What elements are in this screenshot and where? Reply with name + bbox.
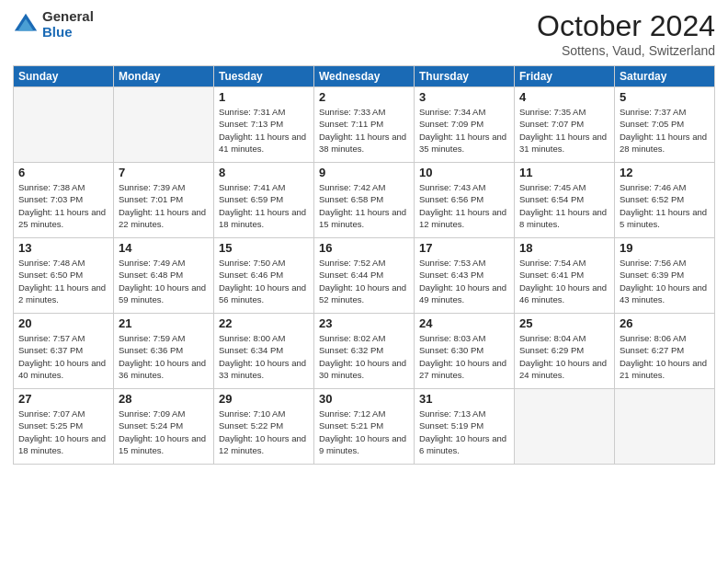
table-row: 6Sunrise: 7:38 AM Sunset: 7:03 PM Daylig… <box>14 163 114 238</box>
day-number: 21 <box>119 316 209 330</box>
day-number: 27 <box>18 392 108 406</box>
day-number: 3 <box>419 90 509 104</box>
table-row: 20Sunrise: 7:57 AM Sunset: 6:37 PM Dayli… <box>14 314 114 389</box>
day-number: 4 <box>519 90 609 104</box>
day-number: 11 <box>519 166 609 179</box>
table-row: 8Sunrise: 7:41 AM Sunset: 6:59 PM Daylig… <box>214 163 314 238</box>
day-number: 17 <box>419 241 509 255</box>
day-info: Sunrise: 7:49 AM Sunset: 6:48 PM Dayligh… <box>119 257 209 305</box>
table-row: 11Sunrise: 7:45 AM Sunset: 6:54 PM Dayli… <box>515 163 615 238</box>
table-row: 4Sunrise: 7:35 AM Sunset: 7:07 PM Daylig… <box>515 87 615 163</box>
day-number: 9 <box>319 166 409 179</box>
table-row: 7Sunrise: 7:39 AM Sunset: 7:01 PM Daylig… <box>114 163 214 238</box>
day-number: 6 <box>18 166 108 179</box>
logo: General Blue <box>13 9 94 40</box>
day-number: 15 <box>219 241 309 255</box>
day-info: Sunrise: 7:48 AM Sunset: 6:50 PM Dayligh… <box>18 257 108 305</box>
day-info: Sunrise: 7:46 AM Sunset: 6:52 PM Dayligh… <box>620 181 710 230</box>
calendar-week-row: 27Sunrise: 7:07 AM Sunset: 5:25 PM Dayli… <box>14 389 715 465</box>
table-row: 1Sunrise: 7:31 AM Sunset: 7:13 PM Daylig… <box>214 87 314 163</box>
header-sunday: Sunday <box>14 66 114 87</box>
table-row <box>114 87 214 163</box>
day-number: 24 <box>419 316 509 330</box>
table-row: 30Sunrise: 7:12 AM Sunset: 5:21 PM Dayli… <box>314 389 415 465</box>
title-block: October 2024 Sottens, Vaud, Switzerland <box>537 9 715 58</box>
day-info: Sunrise: 7:50 AM Sunset: 6:46 PM Dayligh… <box>219 257 309 305</box>
day-number: 12 <box>620 166 710 179</box>
calendar-week-row: 13Sunrise: 7:48 AM Sunset: 6:50 PM Dayli… <box>14 238 715 314</box>
header-saturday: Saturday <box>615 66 715 87</box>
calendar-header-row: Sunday Monday Tuesday Wednesday Thursday… <box>14 66 715 87</box>
table-row: 9Sunrise: 7:42 AM Sunset: 6:58 PM Daylig… <box>314 163 415 238</box>
day-info: Sunrise: 7:56 AM Sunset: 6:39 PM Dayligh… <box>620 257 710 305</box>
day-info: Sunrise: 7:10 AM Sunset: 5:22 PM Dayligh… <box>219 408 309 456</box>
table-row: 12Sunrise: 7:46 AM Sunset: 6:52 PM Dayli… <box>615 163 715 238</box>
day-info: Sunrise: 7:53 AM Sunset: 6:43 PM Dayligh… <box>419 257 509 305</box>
day-info: Sunrise: 7:35 AM Sunset: 7:07 PM Dayligh… <box>519 106 609 155</box>
day-number: 2 <box>319 90 409 104</box>
day-number: 28 <box>119 392 209 406</box>
day-info: Sunrise: 7:39 AM Sunset: 7:01 PM Dayligh… <box>119 181 209 230</box>
table-row: 28Sunrise: 7:09 AM Sunset: 5:24 PM Dayli… <box>114 389 214 465</box>
day-number: 19 <box>620 241 710 255</box>
logo-icon <box>13 12 39 38</box>
day-info: Sunrise: 8:03 AM Sunset: 6:30 PM Dayligh… <box>419 332 509 381</box>
page-header: General Blue October 2024 Sottens, Vaud,… <box>13 9 715 58</box>
day-number: 7 <box>119 166 209 179</box>
day-info: Sunrise: 7:45 AM Sunset: 6:54 PM Dayligh… <box>519 181 609 230</box>
day-info: Sunrise: 7:31 AM Sunset: 7:13 PM Dayligh… <box>219 106 309 155</box>
day-number: 13 <box>18 241 108 255</box>
table-row: 27Sunrise: 7:07 AM Sunset: 5:25 PM Dayli… <box>14 389 114 465</box>
table-row: 22Sunrise: 8:00 AM Sunset: 6:34 PM Dayli… <box>214 314 314 389</box>
day-number: 31 <box>419 392 509 406</box>
day-info: Sunrise: 7:07 AM Sunset: 5:25 PM Dayligh… <box>18 408 108 456</box>
header-friday: Friday <box>515 66 615 87</box>
day-number: 8 <box>219 166 309 179</box>
day-info: Sunrise: 8:00 AM Sunset: 6:34 PM Dayligh… <box>219 332 309 381</box>
day-info: Sunrise: 7:09 AM Sunset: 5:24 PM Dayligh… <box>119 408 209 456</box>
table-row <box>14 87 114 163</box>
header-monday: Monday <box>114 66 214 87</box>
day-info: Sunrise: 7:52 AM Sunset: 6:44 PM Dayligh… <box>319 257 409 305</box>
day-info: Sunrise: 8:06 AM Sunset: 6:27 PM Dayligh… <box>620 332 710 381</box>
calendar-week-row: 1Sunrise: 7:31 AM Sunset: 7:13 PM Daylig… <box>14 87 715 163</box>
logo-general-text: General <box>42 9 94 25</box>
day-info: Sunrise: 7:54 AM Sunset: 6:41 PM Dayligh… <box>519 257 609 305</box>
day-info: Sunrise: 7:13 AM Sunset: 5:19 PM Dayligh… <box>419 408 509 456</box>
day-info: Sunrise: 8:02 AM Sunset: 6:32 PM Dayligh… <box>319 332 409 381</box>
table-row: 2Sunrise: 7:33 AM Sunset: 7:11 PM Daylig… <box>314 87 415 163</box>
day-info: Sunrise: 7:42 AM Sunset: 6:58 PM Dayligh… <box>319 181 409 230</box>
table-row: 19Sunrise: 7:56 AM Sunset: 6:39 PM Dayli… <box>615 238 715 314</box>
table-row: 13Sunrise: 7:48 AM Sunset: 6:50 PM Dayli… <box>14 238 114 314</box>
day-info: Sunrise: 7:57 AM Sunset: 6:37 PM Dayligh… <box>18 332 108 381</box>
day-number: 16 <box>319 241 409 255</box>
day-info: Sunrise: 7:37 AM Sunset: 7:05 PM Dayligh… <box>620 106 710 155</box>
day-info: Sunrise: 7:12 AM Sunset: 5:21 PM Dayligh… <box>319 408 409 456</box>
day-info: Sunrise: 7:38 AM Sunset: 7:03 PM Dayligh… <box>18 181 108 230</box>
day-number: 18 <box>519 241 609 255</box>
day-info: Sunrise: 7:34 AM Sunset: 7:09 PM Dayligh… <box>419 106 509 155</box>
day-number: 10 <box>419 166 509 179</box>
day-info: Sunrise: 7:59 AM Sunset: 6:36 PM Dayligh… <box>119 332 209 381</box>
table-row: 10Sunrise: 7:43 AM Sunset: 6:56 PM Dayli… <box>415 163 515 238</box>
header-wednesday: Wednesday <box>314 66 415 87</box>
table-row: 15Sunrise: 7:50 AM Sunset: 6:46 PM Dayli… <box>214 238 314 314</box>
location-text: Sottens, Vaud, Switzerland <box>537 43 715 58</box>
day-number: 14 <box>119 241 209 255</box>
day-number: 1 <box>219 90 309 104</box>
day-number: 5 <box>620 90 710 104</box>
table-row: 23Sunrise: 8:02 AM Sunset: 6:32 PM Dayli… <box>314 314 415 389</box>
day-number: 23 <box>319 316 409 330</box>
table-row: 21Sunrise: 7:59 AM Sunset: 6:36 PM Dayli… <box>114 314 214 389</box>
calendar-week-row: 6Sunrise: 7:38 AM Sunset: 7:03 PM Daylig… <box>14 163 715 238</box>
day-number: 30 <box>319 392 409 406</box>
table-row: 25Sunrise: 8:04 AM Sunset: 6:29 PM Dayli… <box>515 314 615 389</box>
table-row: 18Sunrise: 7:54 AM Sunset: 6:41 PM Dayli… <box>515 238 615 314</box>
day-info: Sunrise: 8:04 AM Sunset: 6:29 PM Dayligh… <box>519 332 609 381</box>
table-row: 29Sunrise: 7:10 AM Sunset: 5:22 PM Dayli… <box>214 389 314 465</box>
table-row: 31Sunrise: 7:13 AM Sunset: 5:19 PM Dayli… <box>415 389 515 465</box>
table-row: 16Sunrise: 7:52 AM Sunset: 6:44 PM Dayli… <box>314 238 415 314</box>
header-thursday: Thursday <box>415 66 515 87</box>
table-row <box>615 389 715 465</box>
table-row: 17Sunrise: 7:53 AM Sunset: 6:43 PM Dayli… <box>415 238 515 314</box>
